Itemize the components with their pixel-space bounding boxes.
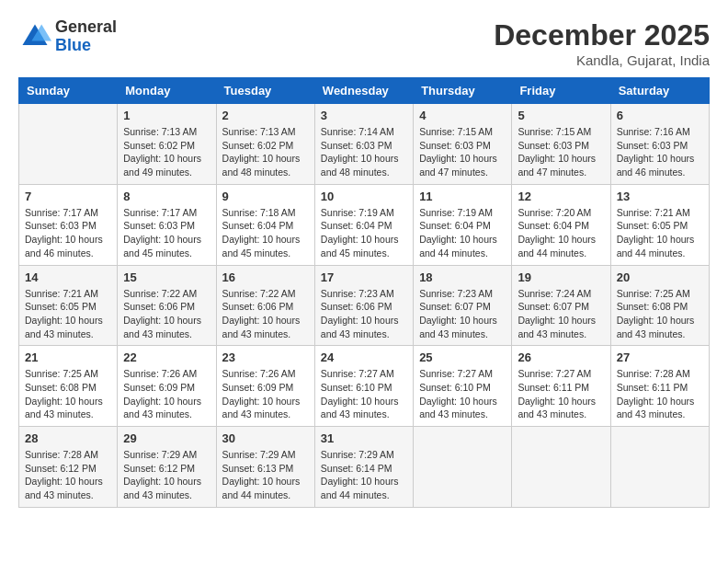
day-info: Sunrise: 7:26 AMSunset: 6:09 PMDaylight:… <box>222 367 309 421</box>
day-number: 31 <box>321 431 407 445</box>
day-number: 7 <box>25 190 111 203</box>
day-number: 2 <box>222 109 309 122</box>
calendar-week-row: 7Sunrise: 7:17 AMSunset: 6:03 PMDaylight… <box>19 184 710 265</box>
day-info: Sunrise: 7:14 AMSunset: 6:03 PMDaylight:… <box>321 125 407 179</box>
calendar-cell: 21Sunrise: 7:25 AMSunset: 6:08 PMDayligh… <box>19 346 118 427</box>
calendar-cell: 27Sunrise: 7:28 AMSunset: 6:11 PMDayligh… <box>610 346 709 427</box>
calendar-cell <box>512 427 610 508</box>
calendar-cell: 30Sunrise: 7:29 AMSunset: 6:13 PMDayligh… <box>216 427 314 508</box>
month-title: December 2025 <box>494 18 710 52</box>
calendar-cell <box>414 427 512 508</box>
day-number: 28 <box>25 431 111 445</box>
day-info: Sunrise: 7:28 AMSunset: 6:11 PMDaylight:… <box>617 367 703 421</box>
day-info: Sunrise: 7:29 AMSunset: 6:12 PMDaylight:… <box>123 448 210 502</box>
calendar-cell: 17Sunrise: 7:23 AMSunset: 6:06 PMDayligh… <box>314 265 413 346</box>
day-info: Sunrise: 7:26 AMSunset: 6:09 PMDaylight:… <box>123 367 210 421</box>
logo-text: General Blue <box>55 18 117 55</box>
day-number: 23 <box>222 350 309 364</box>
day-number: 9 <box>222 190 309 203</box>
day-number: 11 <box>419 190 506 203</box>
calendar-cell: 8Sunrise: 7:17 AMSunset: 6:03 PMDaylight… <box>118 184 216 265</box>
day-number: 8 <box>123 190 210 203</box>
day-number: 16 <box>222 270 309 284</box>
day-info: Sunrise: 7:13 AMSunset: 6:02 PMDaylight:… <box>123 125 210 179</box>
day-info: Sunrise: 7:21 AMSunset: 6:05 PMDaylight:… <box>25 287 111 341</box>
day-info: Sunrise: 7:16 AMSunset: 6:03 PMDaylight:… <box>617 125 703 179</box>
day-info: Sunrise: 7:17 AMSunset: 6:03 PMDaylight:… <box>25 206 111 260</box>
calendar-header-monday: Monday <box>118 78 216 104</box>
day-number: 22 <box>123 350 210 364</box>
day-info: Sunrise: 7:13 AMSunset: 6:02 PMDaylight:… <box>222 125 309 179</box>
calendar-header-tuesday: Tuesday <box>216 78 314 104</box>
calendar-cell: 25Sunrise: 7:27 AMSunset: 6:10 PMDayligh… <box>414 346 512 427</box>
day-info: Sunrise: 7:27 AMSunset: 6:11 PMDaylight:… <box>518 367 604 421</box>
day-number: 27 <box>617 350 703 364</box>
day-info: Sunrise: 7:22 AMSunset: 6:06 PMDaylight:… <box>222 287 309 341</box>
calendar-header-saturday: Saturday <box>610 78 709 104</box>
calendar-cell: 4Sunrise: 7:15 AMSunset: 6:03 PMDaylight… <box>414 104 512 185</box>
day-number: 6 <box>617 109 703 122</box>
calendar-cell: 24Sunrise: 7:27 AMSunset: 6:10 PMDayligh… <box>314 346 413 427</box>
calendar-table: SundayMondayTuesdayWednesdayThursdayFrid… <box>18 77 710 508</box>
day-number: 5 <box>518 109 604 122</box>
day-number: 10 <box>321 190 407 203</box>
calendar-cell: 19Sunrise: 7:24 AMSunset: 6:07 PMDayligh… <box>512 265 610 346</box>
calendar-cell: 22Sunrise: 7:26 AMSunset: 6:09 PMDayligh… <box>118 346 216 427</box>
day-info: Sunrise: 7:17 AMSunset: 6:03 PMDaylight:… <box>123 206 210 260</box>
day-info: Sunrise: 7:23 AMSunset: 6:07 PMDaylight:… <box>419 287 506 341</box>
calendar-cell: 5Sunrise: 7:15 AMSunset: 6:03 PMDaylight… <box>512 104 610 185</box>
day-info: Sunrise: 7:18 AMSunset: 6:04 PMDaylight:… <box>222 206 309 260</box>
calendar-cell <box>610 427 709 508</box>
day-info: Sunrise: 7:24 AMSunset: 6:07 PMDaylight:… <box>518 287 604 341</box>
day-number: 12 <box>518 190 604 203</box>
day-info: Sunrise: 7:15 AMSunset: 6:03 PMDaylight:… <box>419 125 506 179</box>
calendar-cell: 29Sunrise: 7:29 AMSunset: 6:12 PMDayligh… <box>118 427 216 508</box>
day-info: Sunrise: 7:21 AMSunset: 6:05 PMDaylight:… <box>617 206 703 260</box>
day-info: Sunrise: 7:27 AMSunset: 6:10 PMDaylight:… <box>419 367 506 421</box>
day-number: 14 <box>25 270 111 284</box>
calendar-week-row: 1Sunrise: 7:13 AMSunset: 6:02 PMDaylight… <box>19 104 710 185</box>
calendar-header-thursday: Thursday <box>414 78 512 104</box>
day-info: Sunrise: 7:22 AMSunset: 6:06 PMDaylight:… <box>123 287 210 341</box>
day-info: Sunrise: 7:19 AMSunset: 6:04 PMDaylight:… <box>321 206 407 260</box>
calendar-cell: 9Sunrise: 7:18 AMSunset: 6:04 PMDaylight… <box>216 184 314 265</box>
calendar-week-row: 21Sunrise: 7:25 AMSunset: 6:08 PMDayligh… <box>19 346 710 427</box>
day-info: Sunrise: 7:19 AMSunset: 6:04 PMDaylight:… <box>419 206 506 260</box>
calendar-cell: 20Sunrise: 7:25 AMSunset: 6:08 PMDayligh… <box>610 265 709 346</box>
calendar-cell: 12Sunrise: 7:20 AMSunset: 6:04 PMDayligh… <box>512 184 610 265</box>
day-info: Sunrise: 7:15 AMSunset: 6:03 PMDaylight:… <box>518 125 604 179</box>
calendar-cell: 15Sunrise: 7:22 AMSunset: 6:06 PMDayligh… <box>118 265 216 346</box>
calendar-cell: 2Sunrise: 7:13 AMSunset: 6:02 PMDaylight… <box>216 104 314 185</box>
calendar-header-sunday: Sunday <box>19 78 118 104</box>
day-number: 29 <box>123 431 210 445</box>
day-info: Sunrise: 7:28 AMSunset: 6:12 PMDaylight:… <box>25 448 111 502</box>
day-info: Sunrise: 7:25 AMSunset: 6:08 PMDaylight:… <box>617 287 703 341</box>
calendar-cell: 18Sunrise: 7:23 AMSunset: 6:07 PMDayligh… <box>414 265 512 346</box>
calendar-cell: 31Sunrise: 7:29 AMSunset: 6:14 PMDayligh… <box>314 427 413 508</box>
location: Kandla, Gujarat, India <box>494 52 710 68</box>
calendar-cell: 14Sunrise: 7:21 AMSunset: 6:05 PMDayligh… <box>19 265 118 346</box>
calendar-cell: 6Sunrise: 7:16 AMSunset: 6:03 PMDaylight… <box>610 104 709 185</box>
calendar-cell: 7Sunrise: 7:17 AMSunset: 6:03 PMDaylight… <box>19 184 118 265</box>
calendar-cell: 28Sunrise: 7:28 AMSunset: 6:12 PMDayligh… <box>19 427 118 508</box>
calendar-week-row: 14Sunrise: 7:21 AMSunset: 6:05 PMDayligh… <box>19 265 710 346</box>
day-info: Sunrise: 7:29 AMSunset: 6:13 PMDaylight:… <box>222 448 309 502</box>
day-number: 19 <box>518 270 604 284</box>
day-number: 1 <box>123 109 210 122</box>
calendar-cell: 23Sunrise: 7:26 AMSunset: 6:09 PMDayligh… <box>216 346 314 427</box>
day-number: 20 <box>617 270 703 284</box>
calendar-cell: 1Sunrise: 7:13 AMSunset: 6:02 PMDaylight… <box>118 104 216 185</box>
day-info: Sunrise: 7:25 AMSunset: 6:08 PMDaylight:… <box>25 367 111 421</box>
day-info: Sunrise: 7:29 AMSunset: 6:14 PMDaylight:… <box>321 448 407 502</box>
logo-icon <box>18 20 51 53</box>
day-number: 24 <box>321 350 407 364</box>
calendar-cell <box>19 104 118 185</box>
calendar-cell: 16Sunrise: 7:22 AMSunset: 6:06 PMDayligh… <box>216 265 314 346</box>
day-number: 3 <box>321 109 407 122</box>
title-section: December 2025 Kandla, Gujarat, India <box>494 18 710 68</box>
page-header: General Blue December 2025 Kandla, Gujar… <box>18 18 710 68</box>
day-number: 15 <box>123 270 210 284</box>
calendar-cell: 13Sunrise: 7:21 AMSunset: 6:05 PMDayligh… <box>610 184 709 265</box>
day-number: 25 <box>419 350 506 364</box>
calendar-header-friday: Friday <box>512 78 610 104</box>
